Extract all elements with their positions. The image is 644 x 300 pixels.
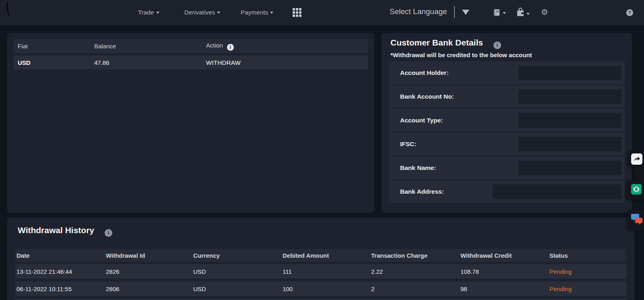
top-navbar: Trade Derivatives Payments Select Langua… (0, 0, 644, 25)
exchange-withdraw-page: Trade Derivatives Payments Select Langua… (0, 0, 644, 300)
customer-bank-details-panel: Customer Bank Detailsi *Withdrawal will … (382, 33, 632, 213)
col-header-date: Date (15, 252, 105, 259)
field-bank-name: Bank Name: (389, 156, 625, 179)
fiat-table-header: Fiat Balance Actioni (14, 39, 368, 53)
language-dropdown-triangle-icon[interactable] (462, 10, 469, 15)
col-header-withdrawal-credit: Withdrawal Credit (459, 252, 548, 259)
bank-fields-list: Account Holder: Bank Account No: Account… (389, 61, 625, 204)
withdraw-button[interactable]: WITHDRAW (202, 59, 368, 66)
divider (454, 6, 455, 18)
language-selector[interactable]: Select Language (390, 7, 447, 16)
nav-menu-derivatives[interactable]: Derivatives (184, 9, 220, 16)
hidden-widget-tab (634, 166, 644, 180)
cell-currency: USD (192, 286, 281, 292)
field-label: Account Type: (400, 117, 443, 124)
table-row: USD 47.86 WITHDRAW (14, 56, 368, 69)
field-label: Bank Name: (400, 164, 436, 172)
info-icon[interactable]: i (493, 41, 501, 49)
field-value (493, 184, 621, 199)
fiat-currency: USD (14, 59, 90, 66)
nav-menu-derivatives-label: Derivatives (184, 9, 215, 16)
nav-menu-payments[interactable]: Payments (241, 9, 273, 16)
table-row: 06-11-2022 10:11:55 2806 USD 100 2 98 Pe… (15, 281, 626, 296)
field-value (519, 66, 621, 80)
field-label: Bank Account No: (400, 93, 454, 100)
field-value (519, 89, 621, 104)
col-header-status: Status (548, 252, 626, 259)
chevron-down-icon (217, 12, 220, 14)
cell-date: 13-11-2022 21:46:44 (15, 268, 105, 275)
field-account-holder: Account Holder: (389, 61, 625, 84)
fiat-col-header: Fiat (14, 43, 90, 50)
screen-capture-button[interactable] (631, 214, 644, 226)
logo-mark (5, 2, 13, 19)
fiat-balance-panel: Fiat Balance Actioni USD 47.86 WITHDRAW (7, 33, 374, 213)
info-icon[interactable]: i (105, 229, 112, 237)
field-bank-account-no: Bank Account No: (389, 85, 625, 108)
field-value (519, 137, 621, 151)
wallet-lock-icon[interactable] (516, 7, 530, 19)
share-button[interactable] (631, 153, 642, 165)
chevron-down-icon (156, 12, 159, 14)
fiat-balance: 47.86 (90, 59, 202, 66)
table-row: 13-11-2022 21:46:44 2826 USD 111 2.22 10… (15, 264, 626, 279)
withdrawal-note: *Withdrawal will be credited to the belo… (390, 52, 532, 58)
field-label: Bank Address: (400, 188, 444, 195)
curved-arrow-icon (633, 155, 641, 163)
col-header-currency: Currency (192, 252, 281, 259)
chevron-down-icon (526, 13, 530, 15)
nav-menu-trade-label: Trade (138, 9, 154, 16)
cell-withdrawal-id: 2826 (105, 268, 192, 275)
col-header-debited-amount: Debited Amount (281, 252, 370, 259)
panel-title: Withdrawal Historyi (18, 226, 112, 237)
status-badge: Pending (548, 268, 626, 275)
field-value (519, 161, 621, 175)
orders-book-icon[interactable] (493, 8, 506, 18)
field-account-type: Account Type: (389, 109, 625, 132)
cell-date: 06-11-2022 10:11:55 (15, 286, 105, 292)
field-label: IFSC: (400, 141, 416, 148)
withdrawal-history-table: Date Withdrawal Id Currency Debited Amou… (15, 249, 626, 300)
cell-withdrawal-credit: 108.78 (459, 268, 548, 275)
cell-withdrawal-credit: 98 (459, 286, 548, 292)
cell-transaction-charge: 2.22 (370, 268, 459, 275)
withdrawal-history-panel: Withdrawal Historyi Date Withdrawal Id C… (7, 217, 634, 300)
field-value (519, 113, 621, 128)
info-icon[interactable]: i (227, 44, 234, 51)
action-col-header: Actioni (202, 42, 368, 51)
col-header-withdrawal-id: Withdrawal Id (105, 252, 192, 259)
cell-transaction-charge: 2 (370, 286, 459, 292)
field-ifsc: IFSC: (389, 132, 625, 155)
field-label: Account Holder: (400, 69, 449, 77)
panel-title: Customer Bank Detailsi (390, 38, 501, 49)
apps-grid-icon[interactable] (293, 8, 303, 18)
cell-currency: USD (192, 268, 281, 275)
cell-withdrawal-id: 2806 (105, 286, 192, 292)
table-header-row: Date Withdrawal Id Currency Debited Amou… (15, 249, 626, 262)
chevron-down-icon (503, 12, 506, 14)
nav-menu-trade[interactable]: Trade (138, 9, 159, 16)
nav-menu-payments-label: Payments (241, 9, 268, 16)
cell-debited-amount: 100 (281, 286, 370, 292)
red-chat-bubble-icon (635, 218, 642, 223)
gear-icon[interactable]: ⚙ (541, 8, 548, 16)
chatgpt-logo-icon (633, 186, 640, 193)
balance-col-header: Balance (90, 43, 202, 50)
chevron-down-icon (270, 12, 273, 14)
help-icon[interactable]: ? (626, 9, 633, 16)
status-badge: Pending (548, 286, 626, 292)
field-bank-address: Bank Address: (389, 180, 625, 203)
cell-debited-amount: 111 (281, 268, 370, 275)
chatgpt-button[interactable] (631, 184, 642, 194)
col-header-transaction-charge: Transaction Charge (370, 252, 459, 259)
